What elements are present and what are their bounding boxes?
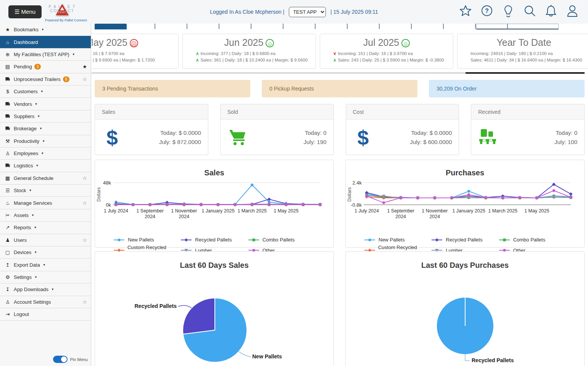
svg-text:1 July 2024: 1 July 2024 <box>104 208 128 214</box>
sidebar-item-pending[interactable]: ▤Pending3★ <box>0 61 91 73</box>
sidebar-item-logistics[interactable]: ⛟Logistics▼ <box>0 160 91 172</box>
sidebar-item-customers[interactable]: $Customers▼ <box>0 86 91 98</box>
sidebar-item-reports[interactable]: ↗Reports▼ <box>0 222 91 234</box>
open-month-tab[interactable] <box>476 24 559 29</box>
legend-item-combo-pallets[interactable]: Combo Pallets <box>499 237 566 243</box>
sidebar-item-label: Unprocessed Trailers <box>14 76 61 82</box>
legend-item-recycled-pallets[interactable]: Recycled Pallets <box>431 237 498 243</box>
sidebar-item-label: Employees <box>14 151 38 156</box>
alert-banner[interactable]: 3 Pending Transactions <box>95 80 250 97</box>
month-summary-card[interactable]: Year To DateIncoming: 24916 | Daily: 180… <box>457 34 588 69</box>
pie-card-last-60-days-sales: Last 60 Days SalesRecycled PalletsNew Pa… <box>95 251 334 366</box>
sidebar-item-employees[interactable]: ♙Employees▼ <box>0 147 91 160</box>
legend-item-new-pallets[interactable]: New Pallets <box>364 237 431 243</box>
favorite-star-icon[interactable]: ☆ <box>82 237 87 243</box>
sidebar-item-my-facilities-test-app-[interactable]: ⊕My Facilities (TEST APP)▼ <box>0 49 91 61</box>
favorites-star-icon[interactable] <box>459 4 472 18</box>
sidebar-item-users[interactable]: ♟Users☆ <box>0 234 91 246</box>
sidebar-item-app-downloads[interactable]: ↧App Downloads▼ <box>0 283 91 296</box>
stat-card-body: Today: 0July: 190 <box>221 120 333 155</box>
month-tab-divider[interactable] <box>187 24 187 29</box>
month-tab-divider[interactable] <box>379 24 380 29</box>
alert-banner[interactable]: 0 Pickup Requests <box>262 80 417 97</box>
sidebar-item-export-data[interactable]: ↥Export Data▼ <box>0 259 91 271</box>
favorite-star-icon[interactable]: ☆ <box>82 200 87 206</box>
month-stat-line: Incoming: 24916 | Daily: 180 | $ 0.2100 … <box>470 50 588 57</box>
month-tab-divider[interactable] <box>219 24 219 29</box>
stat-card-title: Sold <box>221 104 333 120</box>
month-summary-card[interactable]: Jul 2025☺∨Incoming: 151 | Daily: 16 | $ … <box>320 34 453 69</box>
header-icon-bar: ? <box>459 4 579 18</box>
month-tab-divider[interactable] <box>475 24 476 29</box>
svg-text:1 November: 1 November <box>171 208 197 214</box>
sidebar-item-manage-services[interactable]: ♨Manage Services☆ <box>0 197 91 209</box>
month-tab-divider[interactable] <box>411 24 412 29</box>
sidebar-item-account-settings[interactable]: ♙Account Settings☆ <box>0 296 91 308</box>
main-content: May 2025☹16 | $ 7.9700 ea| $ 9.6900 ea |… <box>92 24 588 366</box>
sidebar-item-productivity[interactable]: ⚒Productivity▼ <box>0 135 91 147</box>
sidebar-item-label: Reports <box>14 225 31 230</box>
alert-banner[interactable]: 30,209 On Order <box>429 80 585 97</box>
search-icon[interactable] <box>523 4 536 18</box>
pin-menu-toggle[interactable] <box>53 356 68 363</box>
sidebar-item-devices[interactable]: ▢Devices▼ <box>0 246 91 259</box>
notifications-bell-icon[interactable] <box>545 4 557 18</box>
favorite-star-icon[interactable]: ☆ <box>82 175 87 181</box>
stat-value-line: July: $ 872.0000 <box>129 139 201 145</box>
month-tab-divider[interactable] <box>443 24 444 29</box>
month-tabs-strip[interactable] <box>92 24 588 30</box>
help-icon[interactable]: ? <box>480 4 493 18</box>
sidebar-item-vendors[interactable]: ⛟Vendors▼ <box>0 98 91 110</box>
sidebar-item-unprocessed-trailers[interactable]: ⛟Unprocessed Trailers8☆ <box>0 73 91 86</box>
logout-icon: ⇥ <box>4 311 11 317</box>
facility-select[interactable]: TEST APP <box>289 7 326 17</box>
sidebar-item-settings[interactable]: ⚙Settings▼ <box>0 271 91 283</box>
stat-value-line: July: 190 <box>255 139 327 145</box>
favorite-star-icon[interactable]: ★ <box>82 64 87 70</box>
month-tab-divider[interactable] <box>347 24 348 29</box>
month-tab-divider[interactable] <box>507 24 508 29</box>
sidebar-item-logout[interactable]: ⇥Logout <box>0 308 91 321</box>
month-cards-scrollbar[interactable] <box>92 72 585 74</box>
month-tab-divider[interactable] <box>155 24 155 29</box>
legend-item-recycled-pallets[interactable]: Recycled Pallets <box>180 237 248 243</box>
month-stat-line: 16 | $ 7.9700 ea <box>93 50 178 57</box>
scrollbar-thumb[interactable] <box>466 72 585 74</box>
svg-text:0k: 0k <box>106 202 111 208</box>
favorite-star-icon[interactable]: ☆ <box>82 299 87 305</box>
sidebar-item-assets[interactable]: ✂Assets▼ <box>0 209 91 222</box>
month-tab-divider[interactable] <box>283 24 284 29</box>
legend-item-combo-pallets[interactable]: Combo Pallets <box>248 237 315 243</box>
user-icon[interactable] <box>566 4 579 18</box>
svg-text:1 May 2025: 1 May 2025 <box>274 208 298 214</box>
month-stat-text: 16 | $ 7.9700 ea <box>93 51 124 56</box>
truck-icon: ⛟ <box>4 113 11 119</box>
sidebar-item-dashboard[interactable]: ⌂Dashboard <box>0 36 91 48</box>
month-tab-divider[interactable] <box>315 24 316 29</box>
legend-item-new-pallets[interactable]: New Pallets <box>113 237 180 243</box>
favorite-star-icon[interactable]: ☆ <box>82 76 87 82</box>
stat-card-sales: Sales$Today: $ 0.0000July: $ 872.0000 <box>95 104 208 155</box>
month-card-title-text: Jun 2025 <box>224 37 264 48</box>
pallet-stack-icon: ☰ <box>4 188 11 193</box>
month-summary-card[interactable]: May 2025☹16 | $ 7.9700 ea| $ 9.6900 ea |… <box>92 34 179 69</box>
ideas-bulb-icon[interactable] <box>502 4 515 18</box>
month-summary-card[interactable]: Jun 2025☺∧Incoming: 377 | Daily: 18 | $ … <box>182 34 316 69</box>
svg-text:Dollars: Dollars <box>347 187 352 201</box>
pie-slice-label: Recycled Pallets <box>134 303 177 309</box>
sidebar-item-general-schedule[interactable]: ▦General Schedule☆ <box>0 172 91 185</box>
month-stat-text: Sales: 4611 | Daily: 34 | $ 16.6400 ea |… <box>470 58 582 62</box>
legend-marker-icon <box>248 238 259 242</box>
legend-marker-icon <box>499 238 510 242</box>
sidebar-item-brokerage[interactable]: ⛟Brokerage▼ <box>0 123 91 135</box>
home-icon: ⌂ <box>4 39 11 45</box>
chevron-down-icon: ▼ <box>34 275 37 279</box>
month-tab-divider[interactable] <box>251 24 251 29</box>
sidebar-item-bookmarks[interactable]: ★Bookmarks▼ <box>0 24 91 36</box>
active-month-tab[interactable] <box>95 24 127 29</box>
month-stat-line: ∨Incoming: 151 | Daily: 16 | $ 3.9700 ea <box>333 50 453 57</box>
sidebar-item-suppliers[interactable]: ⛟Suppliers▼ <box>0 110 91 123</box>
sidebar-item-stock[interactable]: ☰Stock▼ <box>0 185 91 197</box>
sidebar-item-label: Bookmarks <box>14 27 39 32</box>
svg-text:1 March 2025: 1 March 2025 <box>237 208 266 214</box>
